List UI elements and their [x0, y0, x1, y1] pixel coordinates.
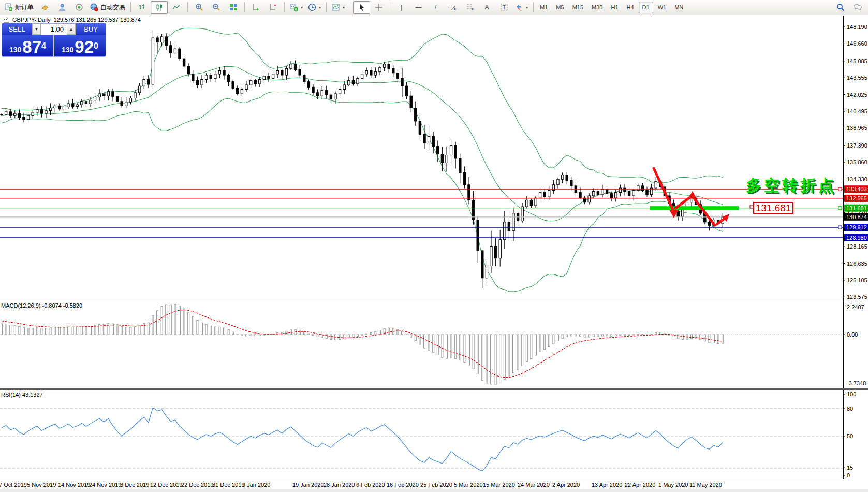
- candle: [593, 192, 595, 196]
- cursor-tool-button[interactable]: [353, 1, 370, 14]
- macd-signal-line: [2, 310, 723, 377]
- candle: [232, 82, 234, 89]
- fibonacci-icon: F: [466, 3, 474, 11]
- auto-trading-button[interactable]: 自动交易: [87, 1, 128, 14]
- toolbar-separator: [350, 2, 350, 12]
- price-level-tag[interactable]: 131.681: [753, 202, 793, 214]
- candlestick-mode-button[interactable]: [151, 1, 168, 14]
- candle: [143, 80, 145, 86]
- svg-text:28 Jan 2020: 28 Jan 2020: [323, 482, 355, 488]
- equidistant-channel-tool-button[interactable]: E: [444, 1, 461, 14]
- buy-price-button[interactable]: 130920: [54, 35, 106, 56]
- timeframe-button-W1[interactable]: W1: [654, 2, 670, 13]
- sell-button[interactable]: SELL: [2, 23, 32, 35]
- sell-price-button[interactable]: 130874: [2, 35, 53, 56]
- svg-text:11 May 2020: 11 May 2020: [689, 482, 722, 488]
- horizontal-line-tool-button[interactable]: —: [410, 1, 427, 14]
- auto-scroll-button[interactable]: [247, 1, 264, 14]
- svg-text:F: F: [472, 8, 474, 11]
- candle: [134, 93, 136, 98]
- candle: [268, 76, 270, 78]
- volume-increase-button[interactable]: ▲: [67, 24, 76, 35]
- profile-button[interactable]: [53, 1, 70, 14]
- candle: [401, 78, 403, 86]
- svg-text:146.660: 146.660: [847, 40, 867, 47]
- candle: [90, 100, 92, 104]
- new-order-button[interactable]: 新订单: [2, 1, 36, 14]
- indicators-button[interactable]: ▾: [329, 1, 347, 14]
- bar-chart-mode-button[interactable]: [134, 1, 151, 14]
- main-toolbar: 新订单 自动交易: [0, 0, 868, 15]
- level-lines[interactable]: [0, 187, 843, 238]
- label-tool-icon: T: [500, 3, 508, 11]
- alerts-button[interactable]: [70, 1, 87, 14]
- candle: [405, 86, 407, 96]
- candle: [504, 222, 506, 240]
- rsi-line: [2, 408, 723, 471]
- candle: [450, 146, 452, 155]
- search-button[interactable]: [832, 1, 849, 14]
- chat-button[interactable]: [849, 1, 866, 14]
- svg-text:24 Mar 2020: 24 Mar 2020: [518, 482, 550, 488]
- buy-button[interactable]: BUY: [76, 23, 106, 35]
- candle: [18, 113, 20, 117]
- timeframe-button-H4[interactable]: H4: [623, 2, 638, 13]
- zoom-in-button[interactable]: [190, 1, 208, 14]
- rsi-indicator-label: RSI(14) 43.1327: [1, 392, 43, 398]
- label-tool-button[interactable]: T: [495, 1, 512, 14]
- new-chart-button[interactable]: ▾: [287, 1, 305, 14]
- chart-frame: [0, 16, 844, 479]
- candle: [23, 118, 25, 120]
- candle: [187, 66, 189, 74]
- candle: [446, 155, 448, 163]
- vertical-line-tool-button[interactable]: |: [393, 1, 410, 14]
- timeframe-button-M5[interactable]: M5: [552, 2, 567, 13]
- timeframe-button-M30[interactable]: M30: [588, 2, 606, 13]
- buy-price-point: 0: [94, 37, 98, 55]
- timeframe-button-D1[interactable]: D1: [639, 2, 653, 13]
- chevron-down-icon: ▾: [301, 5, 303, 10]
- timeframe-button-M1[interactable]: M1: [536, 2, 551, 13]
- timeframe-button-MN[interactable]: MN: [671, 2, 687, 13]
- candle: [437, 147, 439, 154]
- candle: [294, 64, 296, 70]
- zoom-out-button[interactable]: [208, 1, 225, 14]
- chart-canvas[interactable]: 148.190146.660145.085143.555142.025140.4…: [0, 0, 868, 492]
- trendline-tool-button[interactable]: /: [427, 1, 444, 14]
- chart-shift-button[interactable]: [264, 1, 282, 14]
- candle: [624, 188, 626, 191]
- candle: [290, 64, 292, 69]
- crosshair-tool-button[interactable]: [370, 1, 387, 14]
- svg-text:128.165: 128.165: [847, 243, 867, 250]
- tile-windows-button[interactable]: [225, 1, 242, 14]
- svg-text:31 Dec 2019: 31 Dec 2019: [212, 482, 244, 488]
- candle: [655, 181, 657, 188]
- tile-windows-icon: [229, 3, 238, 11]
- svg-text:50: 50: [847, 433, 853, 439]
- line-chart-mode-button[interactable]: [168, 1, 185, 14]
- volume-input[interactable]: [41, 24, 67, 35]
- timeframe-button-H1[interactable]: H1: [607, 2, 622, 13]
- fibonacci-tool-button[interactable]: F: [461, 1, 478, 14]
- text-tool-button[interactable]: A: [478, 1, 495, 14]
- chinese-annotation-text[interactable]: 多空转折点: [746, 175, 836, 196]
- candle: [129, 98, 131, 102]
- candle: [27, 115, 29, 119]
- candle: [548, 190, 550, 197]
- candle: [71, 104, 73, 106]
- candle: [432, 137, 434, 147]
- candle: [116, 96, 118, 102]
- timeframe-button-M15[interactable]: M15: [569, 2, 587, 13]
- volume-decrease-button[interactable]: ▼: [32, 24, 41, 35]
- arrows-tool-button[interactable]: ▾: [512, 1, 531, 14]
- candle: [365, 71, 367, 74]
- candle: [526, 200, 528, 207]
- candle: [76, 105, 78, 106]
- history-center-button[interactable]: [36, 1, 53, 14]
- chart-symbol-period: GBPJPY-,Daily: [12, 17, 51, 23]
- toolbar-separator: [326, 2, 327, 12]
- candle: [454, 146, 457, 158]
- period-selector-button[interactable]: ▾: [305, 1, 323, 14]
- svg-text:15 Mar 2020: 15 Mar 2020: [483, 482, 515, 488]
- candle: [423, 134, 425, 143]
